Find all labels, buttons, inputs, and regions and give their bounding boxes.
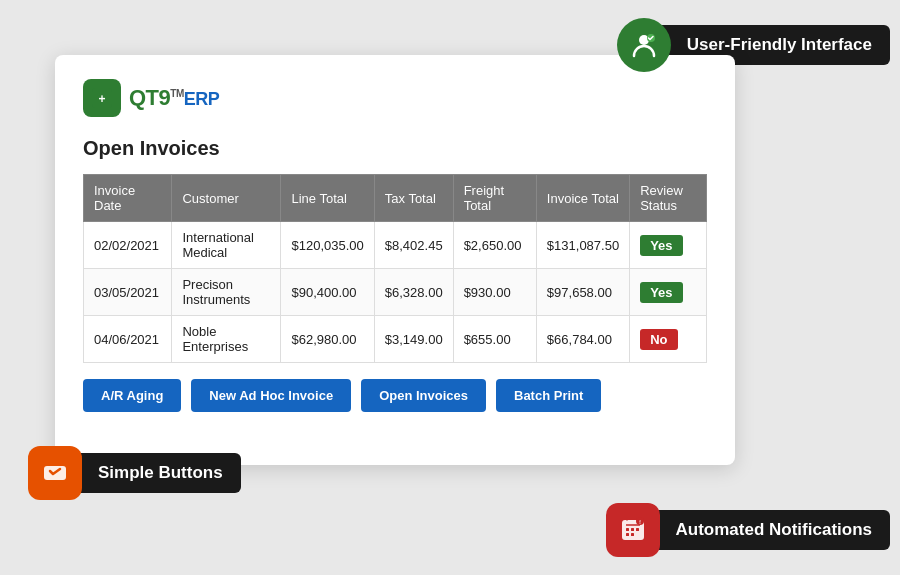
col-header-line-total: Line Total [281, 175, 374, 222]
qt9-logo-icon: + [83, 79, 121, 117]
cell-invoice-total: $97,658.00 [536, 269, 629, 316]
cell-line-total: $62,980.00 [281, 316, 374, 363]
col-header-customer: Customer [172, 175, 281, 222]
col-header-date: Invoice Date [84, 175, 172, 222]
col-header-invoice-total: Invoice Total [536, 175, 629, 222]
invoice-table: Invoice Date Customer Line Total Tax Tot… [83, 174, 707, 363]
cell-freight-total: $655.00 [453, 316, 536, 363]
logo-area: + QT9TMERP [83, 79, 707, 117]
cell-invoice-total: $66,784.00 [536, 316, 629, 363]
cell-customer: Noble Enterprises [172, 316, 281, 363]
cell-line-total: $90,400.00 [281, 269, 374, 316]
col-header-tax-total: Tax Total [374, 175, 453, 222]
logo-text: QT9TMERP [129, 85, 219, 111]
cell-status: Yes [630, 222, 707, 269]
cell-date: 03/05/2021 [84, 269, 172, 316]
cell-tax-total: $8,402.45 [374, 222, 453, 269]
batch-print-button[interactable]: Batch Print [496, 379, 601, 412]
simple-buttons-icon [28, 446, 82, 500]
svg-rect-8 [631, 528, 634, 531]
svg-rect-9 [636, 528, 639, 531]
cell-status: Yes [630, 269, 707, 316]
table-row: 04/06/2021Noble Enterprises$62,980.00$3,… [84, 316, 707, 363]
user-friendly-icon [617, 18, 671, 72]
simple-buttons-label: Simple Buttons [66, 453, 241, 493]
open-invoices-button[interactable]: Open Invoices [361, 379, 486, 412]
svg-rect-10 [626, 533, 629, 536]
svg-rect-11 [631, 533, 634, 536]
svg-rect-7 [626, 528, 629, 531]
main-card: + QT9TMERP Open Invoices Invoice Date Cu… [55, 55, 735, 465]
automated-notifications-label: Automated Notifications [644, 510, 890, 550]
svg-text:+: + [98, 92, 105, 106]
page-title: Open Invoices [83, 137, 707, 160]
cell-customer: Precison Instruments [172, 269, 281, 316]
callout-simple-buttons: Simple Buttons [28, 446, 241, 500]
ar-aging-button[interactable]: A/R Aging [83, 379, 181, 412]
cell-customer: International Medical [172, 222, 281, 269]
cell-line-total: $120,035.00 [281, 222, 374, 269]
cell-status: No [630, 316, 707, 363]
cell-tax-total: $3,149.00 [374, 316, 453, 363]
callout-automated-notifications: ! Automated Notifications [606, 503, 890, 557]
cell-date: 04/06/2021 [84, 316, 172, 363]
table-row: 02/02/2021International Medical$120,035.… [84, 222, 707, 269]
cell-invoice-total: $131,087.50 [536, 222, 629, 269]
buttons-row: A/R Aging New Ad Hoc Invoice Open Invoic… [83, 379, 707, 412]
cell-tax-total: $6,328.00 [374, 269, 453, 316]
callout-user-friendly: User-Friendly Interface [617, 18, 890, 72]
col-header-freight-total: Freight Total [453, 175, 536, 222]
col-header-review-status: Review Status [630, 175, 707, 222]
cell-date: 02/02/2021 [84, 222, 172, 269]
cell-freight-total: $930.00 [453, 269, 536, 316]
new-ad-hoc-button[interactable]: New Ad Hoc Invoice [191, 379, 351, 412]
table-row: 03/05/2021Precison Instruments$90,400.00… [84, 269, 707, 316]
cell-freight-total: $2,650.00 [453, 222, 536, 269]
automated-notifications-icon: ! [606, 503, 660, 557]
